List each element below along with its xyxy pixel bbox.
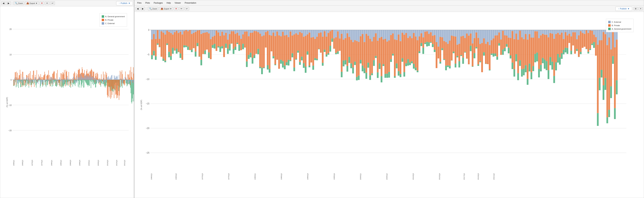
back-button[interactable]: ◀ (1, 2, 6, 5)
svg-rect-258 (54, 71, 54, 80)
menu-presentation[interactable]: Presentation (183, 1, 198, 5)
svg-rect-1599 (553, 30, 555, 39)
svg-rect-266 (55, 80, 56, 86)
svg-rect-600 (110, 80, 110, 91)
svg-rect-866 (195, 32, 196, 52)
svg-rect-989 (257, 30, 259, 32)
svg-rect-331 (66, 80, 66, 82)
menu-files[interactable]: Files (136, 1, 143, 5)
svg-rect-142 (34, 77, 35, 80)
svg-rect-791 (159, 30, 160, 39)
forward-button[interactable]: ▶ (6, 2, 11, 5)
svg-rect-247 (52, 78, 52, 80)
svg-rect-1292 (404, 72, 405, 76)
left-publish-button[interactable]: ↑ Publish ▼ (116, 1, 133, 5)
brush-button[interactable]: ✏ (45, 2, 50, 5)
svg-rect-445 (84, 74, 85, 80)
svg-text:−20: −20 (8, 129, 12, 132)
svg-rect-1639 (572, 32, 574, 46)
svg-rect-16 (14, 80, 14, 84)
clear-button[interactable]: ✕ (40, 2, 44, 5)
right-brush-button[interactable]: ✏ (179, 7, 184, 10)
svg-rect-1533 (521, 69, 523, 77)
right-brush-icon: ✏ (180, 8, 182, 10)
svg-rect-1041 (284, 30, 286, 36)
svg-rect-1714 (610, 49, 612, 86)
svg-rect-1512 (512, 31, 513, 62)
right-resize-button[interactable]: ⊞ (634, 7, 638, 10)
right-forward-button[interactable]: ▶ (140, 7, 145, 10)
legend-label-general: A. General government (105, 15, 125, 18)
svg-rect-848 (185, 46, 187, 47)
svg-rect-1340 (426, 42, 428, 46)
svg-rect-92 (27, 80, 27, 81)
svg-rect-145 (35, 78, 36, 80)
svg-rect-70 (23, 80, 23, 80)
svg-rect-216 (47, 75, 47, 80)
menu-packages[interactable]: Packages (152, 1, 164, 5)
svg-rect-953 (238, 36, 240, 45)
right-clear-button[interactable]: ✕ (174, 7, 178, 10)
svg-rect-1319 (417, 40, 418, 70)
svg-rect-1033 (280, 30, 282, 36)
svg-rect-449 (85, 80, 86, 82)
svg-rect-250 (52, 80, 53, 84)
zoom-button[interactable]: 🔍 Zoom (14, 2, 24, 5)
svg-rect-1440 (476, 47, 477, 48)
svg-rect-879 (200, 60, 202, 65)
svg-rect-1564 (536, 31, 538, 53)
menu-help[interactable]: Help (165, 1, 172, 5)
menu-viewer[interactable]: Viewer (173, 1, 182, 5)
svg-rect-1381 (447, 44, 449, 66)
svg-rect-21 (15, 72, 15, 80)
svg-rect-850 (187, 30, 189, 31)
right-back-button[interactable]: ◀ (136, 7, 140, 10)
svg-rect-164 (38, 80, 39, 80)
svg-rect-484 (91, 78, 91, 80)
svg-rect-443 (84, 80, 85, 80)
right-zoom-button[interactable]: 🔍 Zoom (148, 7, 158, 10)
svg-rect-1525 (517, 73, 519, 80)
svg-rect-745 (134, 80, 134, 83)
svg-rect-412 (79, 77, 79, 80)
svg-rect-1607 (557, 30, 559, 33)
svg-rect-1203 (362, 34, 364, 66)
svg-rect-1005 (265, 30, 266, 32)
svg-rect-622 (114, 79, 114, 80)
right-publish-button[interactable]: ↑ Publish ▼ (616, 7, 632, 11)
svg-rect-1657 (582, 33, 584, 48)
svg-rect-675 (122, 74, 123, 80)
svg-rect-964 (244, 32, 246, 48)
svg-rect-657 (119, 80, 120, 96)
svg-rect-126 (32, 75, 32, 80)
undo-left-button[interactable]: ↩ (50, 2, 55, 5)
svg-rect-654 (119, 80, 119, 100)
svg-rect-1462 (487, 42, 488, 64)
svg-rect-1247 (382, 40, 384, 64)
svg-rect-1339 (426, 31, 428, 42)
svg-rect-925 (225, 33, 227, 44)
right-export-button[interactable]: 📤 Export ▼ (159, 7, 173, 10)
right-undo-button[interactable]: ↩ (184, 7, 189, 10)
svg-text:1965Q2: 1965Q2 (22, 160, 24, 166)
menu-plots[interactable]: Plots (144, 1, 152, 5)
svg-text:2021Q2: 2021Q2 (124, 160, 126, 166)
svg-rect-1214 (368, 30, 369, 36)
svg-rect-1330 (422, 30, 424, 37)
svg-rect-588 (108, 80, 108, 96)
right-close-button[interactable]: ✕ (638, 7, 643, 10)
svg-rect-942 (233, 49, 234, 54)
right-bars (151, 30, 618, 126)
svg-rect-43 (18, 78, 19, 80)
svg-rect-31 (16, 80, 17, 80)
svg-rect-691 (125, 77, 125, 80)
svg-rect-349 (68, 80, 69, 80)
right-legend: C. External B. Private A. General govern… (606, 19, 634, 32)
svg-rect-690 (125, 80, 125, 85)
svg-rect-1179 (350, 40, 352, 64)
export-button[interactable]: 📤 Export ▼ (25, 2, 39, 5)
svg-rect-1117 (320, 32, 322, 53)
svg-rect-646 (117, 76, 118, 80)
svg-rect-1497 (504, 48, 506, 51)
svg-rect-1027 (276, 30, 278, 32)
